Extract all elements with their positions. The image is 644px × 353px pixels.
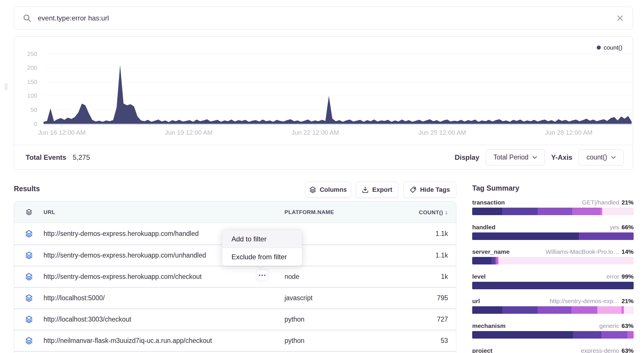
column-header-platform[interactable]: PLATFORM.NAME (285, 209, 406, 215)
sort-descending-icon: ↓ (445, 209, 448, 215)
column-header-url[interactable]: URL (44, 209, 285, 215)
tag-top-percent: 21% (622, 199, 634, 206)
column-header-count[interactable]: COUNT()↓ (406, 209, 456, 216)
table-row[interactable]: http://neilmanvar-flask-m3uuizd7iq-uc.a.… (14, 330, 456, 351)
tag-distribution-bar[interactable] (472, 232, 634, 240)
tag-bar-segment[interactable] (538, 208, 572, 215)
tag-name: handled (472, 224, 496, 231)
table-header-row: URL PLATFORM.NAME COUNT()↓ (14, 202, 456, 223)
tag-bar-segment[interactable] (597, 306, 622, 314)
header-columns-icon[interactable] (14, 209, 44, 215)
row-count: 1k (406, 273, 456, 281)
row-actions-button[interactable] (256, 269, 268, 281)
results-table: URL PLATFORM.NAME COUNT()↓ http://sentry… (14, 201, 456, 353)
tag-bar-segment[interactable] (472, 282, 634, 289)
tag-top-value: error (607, 273, 619, 280)
columns-button[interactable]: Columns (305, 182, 351, 198)
events-chart-panel: count() 050100150200250 Jun 16 12:00 AMJ… (14, 36, 633, 170)
tag-name: level (472, 273, 486, 280)
y-axis-tick-label: 0 (20, 120, 37, 127)
tag-bar-segment[interactable] (492, 257, 496, 264)
x-axis-tick-label: Jun 16 12:00 AM (27, 129, 96, 136)
tag-bar-segment[interactable] (472, 331, 573, 339)
row-platform[interactable]: node (285, 251, 406, 259)
row-platform[interactable]: python (285, 316, 406, 323)
sidebar-collapse-handle[interactable] (5, 83, 7, 91)
tag-bar-segment[interactable] (602, 208, 634, 215)
tag-distribution-bar[interactable] (472, 257, 634, 264)
tag-distribution-bar[interactable] (472, 331, 634, 339)
table-row[interactable]: http://sentry-demos-express.herokuapp.co… (14, 266, 456, 287)
row-stack-icon (14, 294, 44, 302)
tag-bar-segment[interactable] (627, 331, 634, 339)
y-axis-tick-label: 100 (20, 92, 37, 99)
tag-top-percent: 63% (622, 322, 634, 329)
search-input[interactable] (38, 14, 616, 22)
menu-item-exclude-from-filter[interactable]: Exclude from filter (222, 248, 302, 266)
tag-bar-segment[interactable] (601, 331, 627, 339)
row-url[interactable]: http://localhost:3003/checkout (44, 316, 285, 323)
chevron-down-icon (532, 156, 537, 159)
tag-bar-segment[interactable] (472, 208, 502, 215)
tag-bar-segment[interactable] (579, 232, 634, 240)
tag-top-value: yes (610, 224, 619, 230)
search-bar[interactable] (14, 7, 633, 30)
row-count: 727 (406, 316, 456, 323)
display-label: Display (455, 153, 479, 162)
y-axis-tick-label: 50 (20, 106, 37, 113)
tag-bar-segment[interactable] (472, 232, 579, 240)
row-platform[interactable]: node (285, 230, 406, 238)
tag-bar-segment[interactable] (538, 306, 572, 314)
x-axis-tick (442, 125, 442, 127)
tag-row-url: urlhttp://sentry-demos-exp…21% (472, 298, 634, 305)
tag-bar-segment[interactable] (622, 306, 624, 314)
yaxis-dropdown[interactable]: count() (579, 149, 624, 166)
row-url[interactable]: http://sentry-demos-express.herokuapp.co… (44, 273, 285, 281)
table-row[interactable]: http://localhost:5000/javascript795 (14, 287, 456, 308)
menu-item-add-to-filter[interactable]: Add to filter (222, 230, 302, 248)
tag-distribution-bar[interactable] (472, 306, 634, 314)
table-row-partial (14, 351, 456, 353)
tag-distribution-bar[interactable] (472, 208, 634, 215)
table-row[interactable]: http://localhost:3003/checkoutpython727 (14, 308, 456, 330)
tag-top-percent: 99% (622, 273, 634, 280)
display-dropdown[interactable]: Total Period (486, 149, 545, 166)
export-button[interactable]: Export (356, 182, 398, 198)
row-url[interactable]: http://neilmanvar-flask-m3uuizd7iq-uc.a.… (44, 337, 285, 345)
tag-distribution-bar[interactable] (472, 282, 634, 289)
tag-bar-segment[interactable] (571, 306, 597, 314)
tag-top-percent: 21% (622, 298, 634, 304)
tag-icon (410, 186, 417, 193)
tag-row-handled: handledyes66% (472, 224, 634, 231)
tag-row-project: projectexpress-demo63% (472, 347, 634, 353)
tag-top-percent: 63% (622, 347, 634, 353)
tag-bar-segment[interactable] (502, 306, 538, 314)
hide-tags-button[interactable]: Hide Tags (403, 182, 456, 198)
tag-bar-segment[interactable] (472, 257, 492, 264)
row-url[interactable]: http://localhost:5000/ (44, 294, 285, 302)
tag-bar-segment[interactable] (572, 208, 600, 215)
tag-bar-segment[interactable] (472, 306, 502, 314)
tag-name: project (472, 347, 492, 353)
row-platform[interactable]: javascript (285, 294, 406, 302)
total-events-value: 5,275 (73, 153, 90, 162)
tag-name: transaction (472, 199, 505, 206)
tag-name: url (472, 298, 480, 305)
row-count: 1.1k (406, 230, 456, 238)
y-axis-tick-label: 200 (20, 64, 37, 71)
tag-summary-title: Tag Summary (472, 184, 634, 192)
row-platform[interactable]: node (285, 273, 406, 281)
clear-search-icon[interactable] (616, 14, 624, 22)
chart-footer: Total Events 5,275 Display Total Period … (14, 145, 633, 170)
tag-name: mechanism (472, 322, 506, 329)
tag-row-server_name: server_nameWilliams-MacBook-Pro.lo…14% (472, 248, 634, 255)
y-axis-tick-label: 150 (20, 78, 37, 85)
x-axis-tick-label: Jun 22 12:00 AM (280, 129, 350, 136)
tag-bar-segment[interactable] (573, 331, 601, 339)
events-area-chart[interactable] (44, 46, 632, 124)
tag-bar-segment[interactable] (624, 306, 634, 314)
tag-bar-segment[interactable] (502, 208, 538, 215)
row-platform[interactable]: python (285, 337, 406, 345)
tag-bar-segment[interactable] (498, 257, 634, 264)
tag-top-value: Williams-MacBook-Pro.lo… (545, 248, 619, 255)
